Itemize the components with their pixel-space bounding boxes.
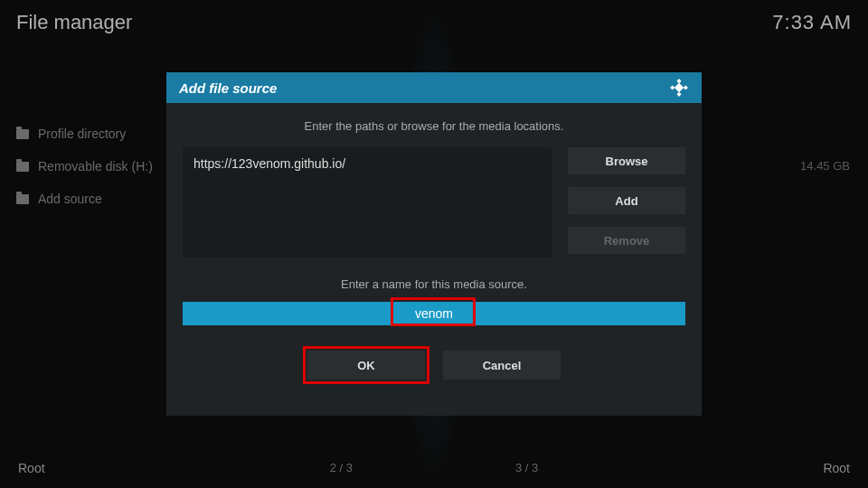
source-name-value: venom — [415, 306, 453, 321]
browse-button[interactable]: Browse — [568, 147, 685, 174]
path-value: https://123venom.github.io/ — [193, 156, 345, 171]
footer-count-right: 3 / 3 — [515, 461, 538, 475]
folder-icon — [16, 129, 29, 139]
footer-right-root: Root — [823, 461, 850, 475]
footer-bar: Root 2 / 3 3 / 3 Root — [18, 461, 850, 475]
add-button[interactable]: Add — [568, 187, 685, 214]
ok-button[interactable]: OK — [307, 351, 425, 380]
cancel-button-label: Cancel — [483, 359, 522, 372]
folder-icon — [16, 194, 29, 204]
disk-size-label: 14.45 GB — [800, 159, 850, 173]
list-item-label: Add source — [38, 192, 102, 206]
footer-count-left: 2 / 3 — [330, 461, 353, 475]
svg-rect-4 — [675, 83, 684, 92]
kodi-logo-icon — [669, 78, 689, 98]
source-name-input[interactable]: venom — [183, 302, 685, 325]
list-item-label: Removable disk (H:) — [38, 159, 153, 174]
header-bar: File manager 7:33 AM — [16, 11, 852, 34]
svg-rect-2 — [684, 85, 688, 89]
dialog-title: Add file source — [179, 80, 277, 96]
footer-left-root: Root — [18, 461, 45, 475]
name-instruction: Enter a name for this media source. — [183, 277, 685, 291]
dialog-titlebar: Add file source — [166, 72, 702, 103]
svg-rect-3 — [676, 92, 681, 97]
path-input[interactable]: https://123venom.github.io/ — [183, 147, 552, 258]
ok-button-label: OK — [357, 359, 375, 372]
remove-button[interactable]: Remove — [568, 227, 685, 254]
svg-rect-0 — [676, 79, 681, 83]
folder-icon — [16, 162, 29, 172]
add-file-source-dialog: Add file source Enter the paths or brows… — [166, 72, 702, 416]
path-instruction: Enter the paths or browse for the media … — [183, 119, 685, 133]
clock: 7:33 AM — [772, 11, 852, 34]
cancel-button[interactable]: Cancel — [443, 351, 561, 380]
page-title: File manager — [16, 11, 132, 34]
list-item-label: Profile directory — [38, 127, 126, 141]
svg-rect-1 — [670, 85, 675, 89]
